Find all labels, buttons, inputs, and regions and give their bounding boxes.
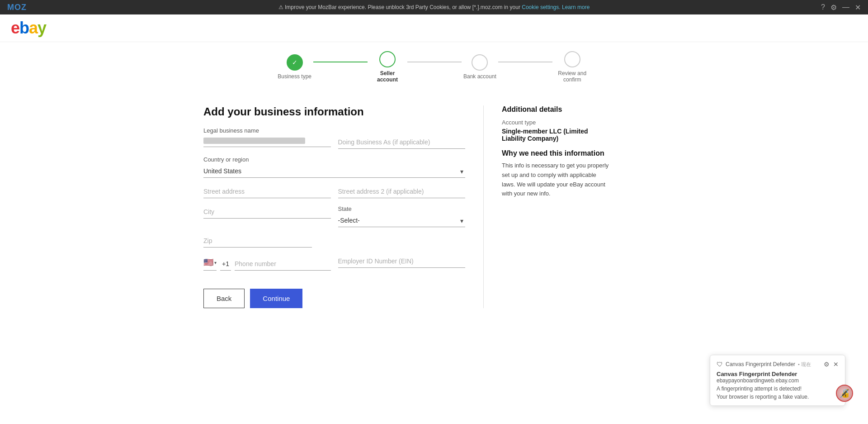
logo-e: e <box>11 19 19 37</box>
cookie-settings-link[interactable]: Cookie settings. <box>522 4 560 10</box>
main-content: Add your business information Legal busi… <box>185 96 683 317</box>
mozbar: MOZ ⚠ Improve your MozBar experience. Pl… <box>0 0 868 14</box>
phone-country-code: +1 <box>220 257 231 271</box>
why-text: This info is necessary to get you proper… <box>502 161 610 199</box>
street-address-input[interactable] <box>203 185 331 198</box>
form-title: Add your business information <box>203 105 465 118</box>
ebay-logo: ebay <box>11 20 857 36</box>
ein-group <box>338 255 466 271</box>
legal-name-blurred <box>203 138 305 144</box>
phone-group: 🇺🇸 ▾ +1 <box>203 255 331 271</box>
step-circle-bank-account <box>472 54 488 71</box>
mozbar-message: ⚠ Improve your MozBar experience. Please… <box>278 4 590 10</box>
close-icon[interactable]: ✕ <box>855 3 861 12</box>
street2-group <box>338 185 466 198</box>
country-group: Country or region United States <box>203 156 465 178</box>
settings-icon[interactable]: ⚙ <box>830 3 837 12</box>
legal-name-group: Legal business name <box>203 127 331 149</box>
connector-3 <box>498 62 552 62</box>
step-circle-seller-account <box>379 51 396 67</box>
stepper: ✓ Business type Seller account Bank acco… <box>0 51 868 83</box>
dba-group <box>338 127 466 149</box>
account-type-label: Account type <box>502 119 610 126</box>
logo-a: a <box>29 19 38 37</box>
flag-chevron-icon: ▾ <box>214 260 217 265</box>
connector-2 <box>407 62 462 62</box>
us-flag-icon: 🇺🇸 <box>203 257 213 267</box>
step-wrapper: ✓ Business type Seller account Bank acco… <box>278 51 590 83</box>
account-type-value: Single-member LLC (Limited Liability Com… <box>502 128 610 142</box>
side-panel: Additional details Account type Single-m… <box>484 105 610 308</box>
dba-label <box>338 127 466 134</box>
ebay-header: ebay <box>0 14 868 42</box>
step-circle-business-type: ✓ <box>287 54 303 71</box>
street-row <box>203 185 465 205</box>
phone-input[interactable] <box>235 257 331 271</box>
learn-more-link[interactable]: Learn more <box>562 4 590 10</box>
back-button[interactable]: Back <box>203 289 245 308</box>
phone-ein-row: 🇺🇸 ▾ +1 <box>203 255 465 278</box>
state-label: State <box>338 205 466 212</box>
mozbar-text: ⚠ Improve your MozBar experience. Please… <box>278 4 522 10</box>
connector-1 <box>313 62 368 62</box>
city-input[interactable] <box>203 205 331 219</box>
legal-name-label: Legal business name <box>203 127 331 134</box>
step-review-confirm: Review and confirm <box>554 51 590 83</box>
help-icon[interactable]: ? <box>821 3 825 11</box>
phone-row: 🇺🇸 ▾ +1 <box>203 255 331 271</box>
step-label-seller-account: Seller account <box>369 70 406 83</box>
city-group <box>203 205 331 227</box>
country-select-wrapper: United States <box>203 165 465 178</box>
zip-input[interactable] <box>203 234 312 248</box>
street1-group <box>203 185 331 198</box>
state-select[interactable]: -Select- <box>338 214 466 227</box>
additional-details-title: Additional details <box>502 105 610 114</box>
logo-y: y <box>38 19 46 37</box>
ein-input[interactable] <box>338 255 466 268</box>
button-row: Back Continue <box>203 289 465 308</box>
state-select-wrapper: -Select- <box>338 214 466 227</box>
city-state-row: State -Select- <box>203 205 465 234</box>
step-business-type: ✓ Business type <box>278 54 311 80</box>
mozbar-icons: ? ⚙ — ✕ <box>821 3 861 12</box>
country-select[interactable]: United States <box>203 165 465 178</box>
country-label: Country or region <box>203 156 465 163</box>
step-label-business-type: Business type <box>278 73 311 80</box>
why-title: Why we need this information <box>502 149 610 157</box>
zip-group <box>203 234 312 248</box>
logo-b: b <box>19 19 29 37</box>
state-group: State -Select- <box>338 205 466 227</box>
step-label-bank-account: Bank account <box>463 73 496 80</box>
moz-logo: MOZ <box>7 3 27 12</box>
minimize-icon[interactable]: — <box>842 3 849 11</box>
name-row: Legal business name <box>203 127 465 156</box>
continue-button[interactable]: Continue <box>250 289 302 308</box>
phone-flag-dropdown[interactable]: 🇺🇸 ▾ <box>203 255 217 271</box>
step-circle-review-confirm <box>564 51 580 67</box>
form-area: Add your business information Legal busi… <box>203 105 484 308</box>
street-address2-input[interactable] <box>338 185 466 198</box>
dba-input[interactable] <box>338 136 466 149</box>
step-bank-account: Bank account <box>463 54 496 80</box>
step-seller-account: Seller account <box>369 51 406 83</box>
step-label-review-confirm: Review and confirm <box>554 70 590 83</box>
